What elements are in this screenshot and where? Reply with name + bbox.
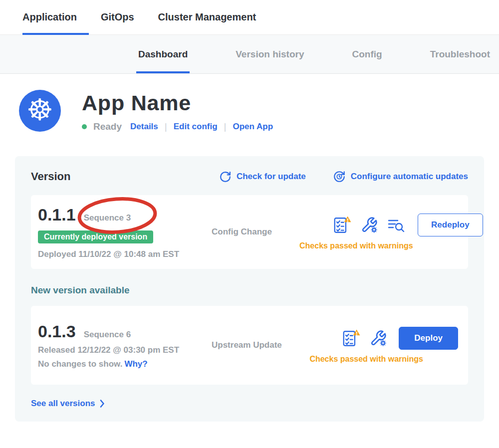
new-checks-status[interactable]: Checks passed with warnings	[309, 355, 423, 364]
primary-nav: Application GitOps Cluster Management	[0, 0, 499, 35]
preflight-checks-warning-icon[interactable]	[332, 216, 352, 234]
chevron-right-icon	[100, 400, 105, 408]
current-release-type: Config Change	[212, 227, 299, 237]
configure-auto-updates-link[interactable]: Configure automatic updates	[333, 170, 468, 183]
version-section-title: Version	[31, 170, 70, 183]
app-header: ☸ App Name Ready Details | Edit config |…	[0, 74, 499, 132]
tab-gitops[interactable]: GitOps	[101, 0, 134, 34]
new-release-type: Upstream Update	[212, 340, 299, 350]
tab-cluster-management[interactable]: Cluster Management	[158, 0, 256, 34]
tab-version-history[interactable]: Version history	[236, 35, 304, 73]
refresh-icon	[219, 171, 232, 183]
details-link[interactable]: Details	[130, 122, 158, 132]
preflight-checks-warning-icon[interactable]	[341, 329, 361, 348]
app-subnav: Dashboard Version history Config Trouble…	[0, 35, 499, 74]
see-all-versions-link[interactable]: See all versions	[31, 399, 105, 409]
wrench-gear-icon[interactable]	[370, 330, 387, 347]
deployed-badge: Currently deployed version	[38, 230, 153, 243]
status-dot	[82, 124, 87, 129]
check-for-update-label: Check for update	[237, 172, 306, 182]
configure-auto-updates-label: Configure automatic updates	[351, 172, 468, 182]
tab-config[interactable]: Config	[352, 35, 382, 73]
released-timestamp: Released 12/12/22 @ 03:30 pm EST	[38, 345, 212, 355]
new-version-number: 0.1.3	[38, 321, 76, 341]
version-section: Version Check for update Configure autom…	[15, 156, 484, 422]
app-status: Ready	[93, 121, 122, 132]
app-name: App Name	[82, 91, 273, 115]
tab-application[interactable]: Application	[22, 0, 77, 34]
check-for-update-link[interactable]: Check for update	[219, 171, 306, 183]
deploy-button[interactable]: Deploy	[399, 327, 458, 350]
why-link[interactable]: Why?	[124, 359, 147, 369]
kubernetes-logo: ☸	[19, 90, 61, 132]
current-checks-status[interactable]: Checks passed with warnings	[299, 241, 413, 250]
deployed-timestamp: Deployed 11/10/22 @ 10:48 am EST	[38, 249, 212, 259]
wrench-gear-icon[interactable]	[361, 217, 378, 233]
no-changes-text: No changes to show.	[38, 359, 122, 369]
link-divider: |	[224, 121, 227, 132]
auto-update-clock-icon	[333, 170, 346, 183]
tab-troubleshoot[interactable]: Troubleshoot	[430, 35, 490, 73]
current-version-card: 0.1.1 Sequence 3 Currently deployed vers…	[31, 195, 468, 269]
new-version-card: 0.1.3 Sequence 6 Released 12/12/22 @ 03:…	[31, 306, 468, 385]
helm-wheel-icon: ☸	[26, 95, 53, 125]
edit-config-link[interactable]: Edit config	[174, 122, 218, 132]
current-version-number: 0.1.1	[38, 205, 76, 224]
current-version-sequence: Sequence 3	[84, 213, 131, 223]
view-files-icon[interactable]	[387, 216, 406, 234]
redeploy-button[interactable]: Redeploy	[418, 214, 483, 236]
tab-dashboard[interactable]: Dashboard	[138, 35, 188, 73]
see-all-versions-label: See all versions	[31, 399, 95, 409]
open-app-link[interactable]: Open App	[233, 122, 273, 132]
link-divider: |	[165, 121, 167, 132]
no-changes-row: No changes to show.Why?	[38, 359, 212, 369]
new-version-heading: New version available	[31, 285, 468, 296]
new-version-sequence: Sequence 6	[84, 330, 131, 340]
